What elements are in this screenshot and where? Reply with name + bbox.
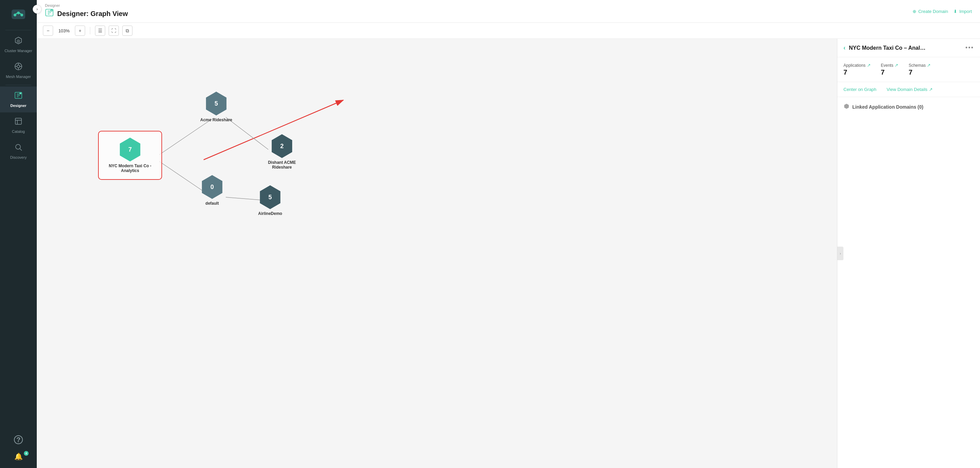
page-title-text: Designer: Graph View [57, 10, 128, 18]
hexagon-container-default: 0 [200, 175, 224, 199]
copy-button[interactable]: ⧉ [122, 25, 132, 36]
node-selected-box: 7 NYC Modern Taxi Co - Analytics [98, 131, 162, 180]
hexagon-acme-rideshare: 5 [204, 92, 228, 115]
copy-icon: ⧉ [126, 28, 129, 34]
panel-section-title-linked: Linked Application Domains (0) [843, 103, 974, 111]
zoom-in-button[interactable]: + [75, 25, 85, 36]
events-link-icon[interactable]: ↗ [894, 63, 898, 68]
side-panel: › ‹ NYC Modern Taxi Co – Anal… ••• Appli… [837, 39, 980, 468]
panel-back-button[interactable]: ‹ [843, 44, 845, 51]
node-count-acme-rideshare: 5 [215, 100, 218, 107]
page-header: Designer Designer: Graph View ⊕ Create D… [37, 0, 980, 23]
notification-badge: 4 [24, 451, 29, 456]
import-button[interactable]: ⬇ Import [953, 9, 972, 14]
sidebar-bottom: ? 🔔 4 [0, 431, 37, 468]
header-left: Designer Designer: Graph View [45, 3, 128, 19]
view-domain-details-label: View Domain Details [887, 87, 928, 92]
svg-point-3 [17, 11, 20, 14]
notifications-icon: 🔔 [14, 452, 23, 460]
zoom-out-button[interactable]: − [43, 25, 53, 36]
stat-events-label: Events ↗ [881, 63, 899, 68]
panel-title: NYC Modern Taxi Co – Anal… [849, 45, 962, 51]
header-actions: ⊕ Create Domain ⬇ Import [913, 9, 972, 14]
stat-applications-label: Applications ↗ [843, 63, 871, 68]
panel-actions: Center on Graph View Domain Details ↗ [837, 82, 980, 97]
node-label-acme-rideshare: Acme Rideshare [200, 118, 232, 122]
svg-point-15 [16, 145, 21, 149]
panel-stats: Applications ↗ 7 Events ↗ 7 [837, 57, 980, 82]
hexagon-dishant-acme: 2 [270, 134, 294, 158]
sidebar-item-discovery-label: Discovery [10, 155, 27, 159]
hexagon-container: 7 [118, 138, 142, 161]
applications-link-icon[interactable]: ↗ [867, 63, 871, 68]
svg-point-2 [21, 14, 23, 16]
toolbar-divider-1 [90, 27, 90, 34]
node-label-airline-demo: AirlineDemo [258, 211, 282, 216]
mesh-manager-icon [14, 62, 22, 73]
sidebar-item-mesh-manager[interactable]: Mesh Manager [0, 57, 37, 83]
create-domain-button[interactable]: ⊕ Create Domain [913, 9, 948, 14]
stat-applications-value: 7 [843, 68, 871, 76]
discovery-icon [14, 143, 22, 153]
node-acme-rideshare[interactable]: 5 Acme Rideshare [200, 92, 232, 122]
sidebar-item-notifications[interactable]: 🔔 4 [0, 448, 37, 465]
node-dishant-acme[interactable]: 2 Dishant ACME Rideshare [258, 134, 306, 170]
stat-schemas-label: Schemas ↗ [908, 63, 931, 68]
app-logo [0, 0, 37, 29]
sidebar-item-cluster-manager-label: Cluster Manager [5, 49, 32, 53]
view-domain-details-button[interactable]: View Domain Details ↗ [887, 87, 933, 92]
fullscreen-icon: ⛶ [111, 28, 116, 33]
designer-icon [14, 91, 22, 102]
fullscreen-button[interactable]: ⛶ [109, 25, 119, 36]
main-content: Designer Designer: Graph View ⊕ Create D… [37, 0, 980, 468]
view-domain-details-icon: ↗ [929, 87, 933, 92]
stat-schemas-value: 7 [908, 68, 931, 76]
hexagon-default: 0 [200, 175, 224, 199]
graph-canvas[interactable]: 7 NYC Modern Taxi Co - Analytics 5 Acme … [37, 39, 837, 468]
list-icon: ☰ [98, 28, 102, 33]
node-count-nyc-analytics: 7 [128, 146, 132, 153]
panel-expand-arrow[interactable]: › [837, 247, 843, 260]
designer-page-icon [45, 8, 54, 19]
stat-events-value: 7 [881, 68, 899, 76]
sidebar-collapse-button[interactable]: › [33, 5, 41, 14]
sidebar-item-catalog-label: Catalog [12, 129, 25, 134]
hexagon-airline-demo: 5 [258, 185, 282, 209]
create-domain-icon: ⊕ [913, 9, 916, 14]
svg-rect-12 [15, 118, 21, 124]
zoom-in-icon: + [79, 28, 81, 33]
stat-schemas: Schemas ↗ 7 [908, 63, 931, 76]
svg-point-1 [14, 14, 16, 16]
sidebar-item-help[interactable]: ? [0, 431, 37, 448]
sidebar-item-cluster-manager[interactable]: Cluster Manager [0, 32, 37, 57]
node-default[interactable]: 0 default [200, 175, 224, 206]
sidebar-item-designer[interactable]: Designer [0, 86, 37, 112]
svg-point-5 [17, 65, 20, 68]
graph-arrows [37, 39, 837, 468]
breadcrumb: Designer [45, 3, 128, 8]
panel-more-button[interactable]: ••• [966, 44, 974, 51]
list-view-button[interactable]: ☰ [95, 25, 105, 36]
linked-domains-icon [843, 103, 850, 111]
node-nyc-analytics[interactable]: 7 NYC Modern Taxi Co - Analytics [98, 131, 162, 180]
stat-events: Events ↗ 7 [881, 63, 899, 76]
center-on-graph-label: Center on Graph [843, 87, 877, 92]
graph-toolbar: − 103% + ☰ ⛶ ⧉ [37, 23, 980, 39]
sidebar: › Cluster Manager [0, 0, 37, 468]
zoom-out-icon: − [47, 28, 49, 33]
node-label-default: default [205, 201, 219, 206]
schemas-link-icon[interactable]: ↗ [927, 63, 931, 68]
node-label-nyc-analytics: NYC Modern Taxi Co - Analytics [106, 164, 154, 173]
stat-applications: Applications ↗ 7 [843, 63, 871, 76]
sidebar-item-discovery[interactable]: Discovery [0, 138, 37, 164]
svg-point-18 [50, 9, 53, 11]
side-panel-header: ‹ NYC Modern Taxi Co – Anal… ••• [837, 39, 980, 57]
cluster-manager-icon [14, 37, 22, 47]
sidebar-item-catalog[interactable]: Catalog [0, 112, 37, 138]
help-icon: ? [14, 435, 23, 444]
center-on-graph-button[interactable]: Center on Graph [843, 87, 877, 92]
import-label: Import [959, 9, 972, 14]
svg-line-21 [159, 119, 212, 154]
node-count-dishant-acme: 2 [280, 143, 284, 150]
node-airline-demo[interactable]: 5 AirlineDemo [258, 185, 282, 216]
